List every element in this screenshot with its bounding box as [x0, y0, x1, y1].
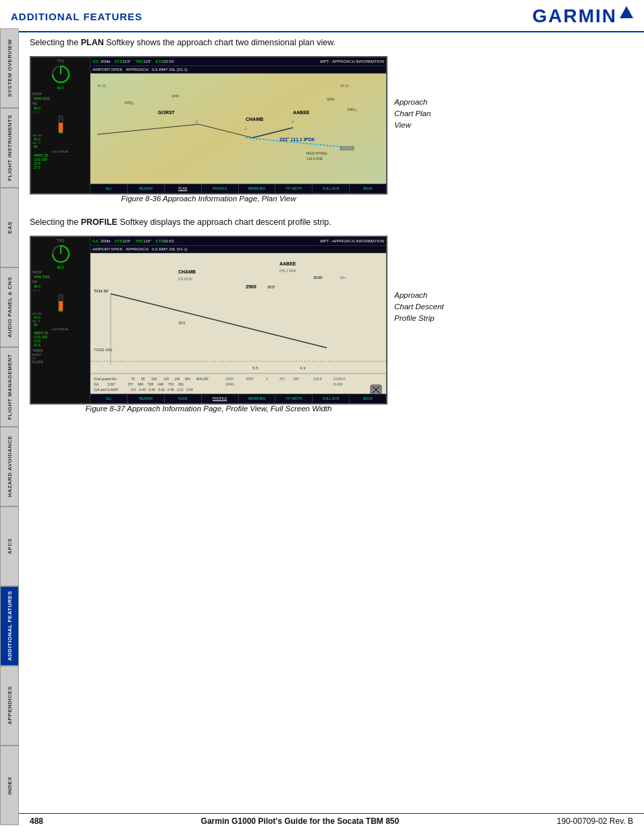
trq2-gauge: [31, 243, 90, 265]
svg-text:CHAMB: CHAMB: [178, 269, 196, 274]
softkey-back[interactable]: BACK: [350, 184, 386, 193]
figure-2-wrapper: TRQ 80.0 PROP RPM 2000 NG 99.0: [30, 236, 633, 422]
gs-display: GS: [92, 59, 101, 63]
trq-gauge-row: [31, 63, 90, 85]
sidebar-item-system-overview[interactable]: SYSTEM OVERVIEW: [0, 28, 19, 108]
softkey2-full-scn[interactable]: FULL SCN: [313, 394, 350, 403]
dtk2-display: DTK: [115, 239, 123, 243]
svg-text:1444: 1444: [171, 94, 179, 98]
ete-value: 02:53: [163, 59, 173, 63]
svg-text:1435△: 1435△: [124, 101, 134, 105]
svg-text:DTo.7 PDK: DTo.7 PDK: [279, 269, 296, 273]
softkey-plan[interactable]: PLAN: [165, 184, 202, 193]
sidebar-item-flight-management[interactable]: FLIGHT MANAGEMENT: [0, 347, 19, 427]
volts2b-value: 27.6: [31, 343, 90, 347]
trq-gauge-icon: [50, 63, 72, 85]
plan-keyword: PLAN: [81, 38, 104, 47]
svg-text:MAL/DF: MAL/DF: [196, 377, 209, 381]
softkey-bar-2: ALL HEADER PLAN PROFILE MINIMUMS FIT WDT…: [90, 394, 386, 403]
iti-gauge-icon: 600: [53, 115, 69, 134]
svg-text:600: 600: [58, 309, 63, 312]
svg-text:646: 646: [158, 382, 164, 386]
trq-label: TRQ: [31, 59, 90, 63]
figure-1-wrapper: TRQ 80.0 PROP RPM 2000 NG 99.0: [30, 56, 633, 212]
sidebar-item-appendices[interactable]: APPENDICES: [0, 666, 19, 746]
svg-text:4.3: 4.3: [300, 366, 306, 370]
approach-bar-1: AIRPORT KPDK APPROACH ILS RMY 20L (51-1): [90, 66, 386, 74]
softkey2-all[interactable]: ALL: [90, 394, 128, 403]
figure-1-screen: TRQ 80.0 PROP RPM 2000 NG 99.0: [30, 56, 387, 212]
softkey-all[interactable]: ALL: [90, 184, 128, 193]
intro-paragraph-1: Selecting the PLAN Softkey shows the app…: [30, 36, 633, 49]
softkey2-profile[interactable]: PROFILE: [202, 394, 239, 403]
iti2-gauge-icon: 600: [53, 293, 69, 312]
profile-view-chart: TCH 33' CHAMB GS 20:32 AABEE DTo.7 PDK 2…: [90, 253, 386, 394]
svg-text:△: △: [244, 126, 247, 130]
softkey-bar-1: ALL HEADER PLAN PROFILE MINIMUMS FIT WDT…: [90, 184, 386, 193]
svg-text:1400': 1400': [225, 377, 234, 381]
softkey2-minimums[interactable]: MINIMUMS: [239, 394, 276, 403]
approach-profile-label: ApproachChart DescentProfile Strip: [394, 290, 455, 325]
svg-text:1462△: 1462△: [347, 107, 357, 111]
svg-text:90: 90: [141, 377, 145, 381]
sidebar-item-audio-panel[interactable]: AUDIO PANEL & CNS: [0, 267, 19, 347]
figure-2-caption: Figure 8-37 Approach Information Page, P…: [30, 405, 387, 413]
svg-line-31: [111, 294, 327, 348]
sidebar-item-eas[interactable]: EAS: [0, 188, 19, 267]
svg-text:3:40: 3:40: [149, 388, 155, 392]
svg-rect-22: [340, 147, 354, 150]
svg-text:PEACHTREE-: PEACHTREE-: [306, 151, 329, 155]
section-title: ADDITIONAL FEATURES: [11, 11, 142, 22]
sidebar-item-afcs[interactable]: AFCS: [0, 506, 19, 586]
volts2-value: 27.6: [31, 165, 90, 170]
svg-text:600: 600: [58, 131, 63, 134]
oil-temp-value: 85: [31, 145, 90, 149]
gs-value: 200kt: [101, 59, 111, 63]
oil-temp2-value: 85: [31, 323, 90, 327]
softkey2-fit-wdth[interactable]: FIT WDTH: [275, 394, 313, 403]
chart-display-1: GS 200kt DTK 115° TRK 115° ETE 02:53 WPT…: [90, 57, 386, 193]
svg-text:ATI:: ATI:: [279, 377, 286, 381]
dtk-value: 115°: [123, 59, 131, 63]
sidebar-item-additional-features[interactable]: ADDITIONAL FEATURES: [0, 586, 19, 666]
status-bar-1: GS 200kt DTK 115° TRK 115° ETE 02:53 WPT…: [90, 57, 386, 66]
svg-text:4:43: 4:43: [139, 388, 146, 392]
svg-text:2900: 2900: [246, 284, 257, 289]
plan-view-chart: GORST △ CHAMB △ AABEE △ 1435△ 1444 3049: [90, 74, 386, 184]
iti-label: ITT °C: [31, 110, 90, 115]
softkey2-plan[interactable]: PLAN: [165, 394, 202, 403]
svg-text:GORST: GORST: [333, 377, 346, 381]
gs2-display: GS: [92, 239, 101, 243]
softkey2-header[interactable]: HEADER: [128, 394, 165, 403]
trk-value: 115°: [143, 59, 151, 63]
softkey-profile[interactable]: PROFILE: [202, 184, 239, 193]
iti2-gauge: 600: [31, 293, 90, 312]
sidebar-item-hazard-avoidance[interactable]: HAZARD AVOIDANCE: [0, 427, 19, 506]
softkey-header[interactable]: HEADER: [128, 184, 165, 193]
footer-title: Garmin G1000 Pilot's Guide for the Socat…: [201, 816, 400, 826]
svg-text:203: 203: [178, 321, 186, 325]
svg-text:5.5: 5.5: [252, 366, 259, 370]
svg-text:3049: 3049: [327, 97, 334, 101]
figure-2-screen: TRQ 80.0 PROP RPM 2000 NG 99.0: [30, 236, 387, 422]
softkey-fit-wdth[interactable]: FIT WDTH: [275, 184, 313, 193]
svg-text:116.6 PDK: 116.6 PDK: [306, 157, 323, 161]
svg-text:3000': 3000': [313, 276, 323, 280]
svg-text:3000': 3000': [246, 377, 254, 381]
softkey-minimums[interactable]: MINIMUMS: [239, 184, 276, 193]
svg-text:34-10: 34-10: [340, 84, 349, 88]
intro-paragraph-2: Selecting the PROFILE Softkey displays t…: [30, 216, 633, 229]
svg-text:861: 861: [178, 382, 184, 386]
svg-text:330°: 330°: [293, 377, 300, 381]
sidebar-item-flight-instruments[interactable]: FLIGHT INSTRUMENTS: [0, 108, 19, 188]
svg-text:G/A and G-MAP: G/A and G-MAP: [94, 388, 119, 392]
softkey2-back[interactable]: BACK: [350, 394, 386, 403]
garmin-logo: GARMIN: [532, 5, 633, 27]
garmin-triangle-icon: [620, 6, 633, 18]
svg-text:AABEE: AABEE: [279, 261, 296, 266]
softkey-full-scn[interactable]: FULL SCN: [313, 184, 350, 193]
svg-text:TCH 33': TCH 33': [94, 289, 109, 293]
sidebar-item-index[interactable]: INDEX: [0, 746, 19, 825]
footer-doc-number: 190-00709-02 Rev. B: [557, 816, 633, 826]
svg-text:120: 120: [163, 377, 169, 381]
